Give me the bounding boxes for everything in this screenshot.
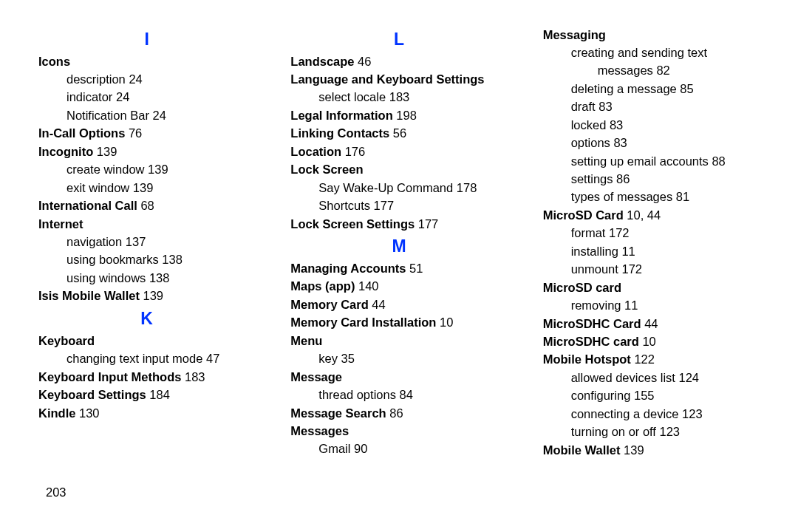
index-subentry[interactable]: using bookmarks 138 xyxy=(38,252,255,268)
index-subentry[interactable]: allowed devices list 124 xyxy=(543,370,760,386)
index-entry-label: Message xyxy=(290,370,342,383)
index-subentry[interactable]: changing text input mode 47 xyxy=(38,351,255,367)
index-entry-page: 130 xyxy=(75,406,99,420)
index-entry[interactable]: Linking Contacts 56 xyxy=(290,126,507,142)
index-subentry[interactable]: messages 82 xyxy=(543,63,760,79)
index-subentry[interactable]: create window 139 xyxy=(38,162,255,178)
index-entry[interactable]: Location 176 xyxy=(290,144,507,160)
index-entry[interactable]: Managing Accounts 51 xyxy=(290,261,507,277)
index-entry[interactable]: Keyboard Input Methods 183 xyxy=(38,369,255,386)
index-entry[interactable]: MicroSD card xyxy=(543,280,760,296)
index-entry[interactable]: Mobile Hotspot 122 xyxy=(543,352,760,368)
index-subentry[interactable]: draft 83 xyxy=(543,99,760,115)
index-entry[interactable]: Memory Card 44 xyxy=(290,297,507,313)
index-subentry[interactable]: deleting a message 85 xyxy=(543,81,760,98)
index-subentry[interactable]: creating and sending text xyxy=(543,45,760,61)
index-entry[interactable]: Language and Keyboard Settings xyxy=(290,72,507,88)
index-subentry[interactable]: Notification Bar 24 xyxy=(38,108,255,124)
index-entry-page: 46 xyxy=(355,55,372,68)
index-entry[interactable]: Message xyxy=(290,369,507,386)
index-entry[interactable]: Message Search 86 xyxy=(290,406,507,422)
index-entry[interactable]: Lock Screen Settings 177 xyxy=(290,216,507,233)
index-subentry[interactable]: Say Wake-Up Command 178 xyxy=(290,180,507,197)
index-entry-label: MicroSDHC Card xyxy=(543,317,641,330)
index-entry-label: Legal Information xyxy=(290,109,392,122)
index-entry[interactable]: Messages xyxy=(290,423,507,440)
index-entry-label: Internet xyxy=(38,217,83,231)
index-subentry[interactable]: types of messages 81 xyxy=(543,189,760,205)
index-subentry[interactable]: installing 11 xyxy=(543,244,760,260)
index-entry-page: 176 xyxy=(341,145,365,158)
index-entry[interactable]: Legal Information 198 xyxy=(290,108,507,124)
index-entry-label: Lock Screen Settings xyxy=(290,217,415,231)
index-subentry[interactable]: key 35 xyxy=(290,351,507,367)
index-subentry[interactable]: Gmail 90 xyxy=(290,441,507,457)
index-entry[interactable]: Keyboard Settings 184 xyxy=(38,387,255,403)
index-subentry[interactable]: navigation 137 xyxy=(38,234,255,250)
index-entry-page: 177 xyxy=(415,217,438,231)
index-entry-page: 51 xyxy=(406,262,423,275)
index-entry[interactable]: Mobile Wallet 139 xyxy=(543,443,760,459)
index-subentry[interactable]: exit window 139 xyxy=(38,180,255,197)
index-subentry[interactable]: connecting a device 123 xyxy=(543,406,760,423)
index-entry-page: 184 xyxy=(146,388,170,401)
index-entry[interactable]: Memory Card Installation 10 xyxy=(290,315,507,331)
index-entry-page: 76 xyxy=(125,126,142,140)
index-entry-label: Maps (app) xyxy=(290,279,355,293)
index-entry-label: MicroSD card xyxy=(543,281,621,294)
index-entry[interactable]: Incognito 139 xyxy=(38,144,255,160)
index-entry-label: Keyboard Settings xyxy=(38,388,146,401)
index-entry[interactable]: Lock Screen xyxy=(290,162,507,178)
index-entry-label: Landscape xyxy=(290,55,354,68)
index-subentry[interactable]: description 24 xyxy=(38,72,255,88)
index-subentry[interactable]: setting up email accounts 88 xyxy=(543,154,760,170)
index-entry[interactable]: International Call 68 xyxy=(38,198,255,214)
index-entry-label: Location xyxy=(290,145,341,158)
index-subentry[interactable]: Shortcuts 177 xyxy=(290,198,507,214)
index-entry[interactable]: In-Call Options 76 xyxy=(38,126,255,142)
index-entry[interactable]: MicroSDHC card 10 xyxy=(543,334,760,350)
index-entry-page: 10 xyxy=(639,335,656,348)
index-entry-page: 140 xyxy=(355,279,378,293)
index-entry-label: Icons xyxy=(38,55,70,68)
section-letter: I xyxy=(38,28,255,51)
index-subentry[interactable]: indicator 24 xyxy=(38,89,255,106)
index-subentry[interactable]: unmount 172 xyxy=(543,262,760,278)
index-subentry[interactable]: using windows 138 xyxy=(38,270,255,287)
column-3: Messagingcreating and sending textmessag… xyxy=(543,25,760,460)
index-entry-label: Incognito xyxy=(38,145,93,158)
index-entry-label: Language and Keyboard Settings xyxy=(290,72,484,86)
index-entry-label: Memory Card Installation xyxy=(290,316,436,329)
index-entry[interactable]: Menu xyxy=(290,333,507,349)
column-1: IIconsdescription 24indicator 24Notifica… xyxy=(38,25,255,460)
index-entry-label: Messaging xyxy=(543,28,606,41)
index-entry[interactable]: Internet xyxy=(38,216,255,233)
section-letter: K xyxy=(38,307,255,330)
index-entry-label: Messages xyxy=(290,424,349,437)
index-subentry[interactable]: select locale 183 xyxy=(290,89,507,106)
index-entry-page: 56 xyxy=(389,126,406,140)
index-entry[interactable]: Kindle 130 xyxy=(38,406,255,422)
index-subentry[interactable]: configuring 155 xyxy=(543,388,760,404)
index-subentry[interactable]: locked 83 xyxy=(543,117,760,134)
index-entry-label: International Call xyxy=(38,199,137,212)
index-entry[interactable]: Landscape 46 xyxy=(290,54,507,70)
index-subentry[interactable]: turning on or off 123 xyxy=(543,424,760,440)
index-subentry[interactable]: thread options 84 xyxy=(290,387,507,403)
index-entry-label: MicroSDHC card xyxy=(543,335,639,348)
index-subentry[interactable]: options 83 xyxy=(543,135,760,151)
index-entry[interactable]: MicroSD Card 10, 44 xyxy=(543,208,760,224)
index-subentry[interactable]: settings 86 xyxy=(543,171,760,188)
index-entry[interactable]: Icons xyxy=(38,54,255,70)
index-entry[interactable]: MicroSDHC Card 44 xyxy=(543,316,760,332)
columns-container: IIconsdescription 24indicator 24Notifica… xyxy=(38,25,760,460)
index-subentry[interactable]: format 172 xyxy=(543,225,760,242)
index-entry-label: Managing Accounts xyxy=(290,262,406,275)
index-entry[interactable]: Maps (app) 140 xyxy=(290,279,507,295)
index-subentry[interactable]: removing 11 xyxy=(543,298,760,314)
index-entry-label: Keyboard Input Methods xyxy=(38,370,181,383)
index-entry[interactable]: Messaging xyxy=(543,27,760,44)
index-entry-page: 139 xyxy=(140,289,163,302)
index-entry[interactable]: Isis Mobile Wallet 139 xyxy=(38,288,255,304)
index-entry[interactable]: Keyboard xyxy=(38,333,255,349)
